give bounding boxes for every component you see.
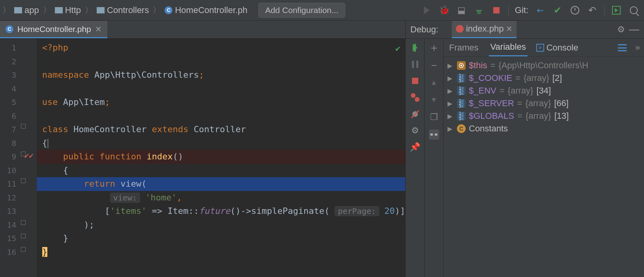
debug-action-rail: ⚙ 📌 (406, 39, 425, 277)
inspection-ok-icon[interactable]: ✔ (395, 42, 401, 56)
stop-icon[interactable] (491, 5, 502, 16)
code-text[interactable]: ✔ <?php namespace App\Http\Controllers; … (37, 39, 405, 277)
fold-marker-icon[interactable] (21, 234, 26, 238)
fold-gutter: ✔✔ (20, 39, 36, 277)
show-watches-icon[interactable]: 👓 (429, 129, 439, 140)
variable-row[interactable]: ▶CConstants (444, 122, 644, 135)
console-tab[interactable]: >Console (536, 43, 578, 53)
variable-row[interactable]: ▶1≡2≡3≡$_COOKIE = {array} [2] (444, 72, 644, 84)
breadcrumb-http[interactable]: Http (52, 4, 83, 17)
folder-icon (97, 7, 105, 13)
git-commit-icon[interactable]: ✔ (552, 5, 563, 16)
variable-row[interactable]: ▶1≡2≡3≡$_ENV = {array} [34] (444, 84, 644, 97)
variable-row[interactable]: ▶1≡2≡3≡$GLOBALS = {array} [13] (444, 110, 644, 122)
run-anything-icon[interactable] (611, 5, 622, 16)
line-number-gutter: 12345678910111213141516 (0, 39, 20, 277)
resume-program-icon[interactable] (410, 43, 420, 53)
mute-breakpoints-icon[interactable] (410, 109, 420, 119)
array-badge-icon: 1≡2≡3≡ (457, 99, 466, 108)
debug-title: Debug: (410, 24, 438, 35)
debug-frame-rail: ＋ － ▲ ▼ ❐ 👓 (425, 39, 444, 277)
fold-marker-icon[interactable] (21, 124, 26, 129)
add-watch-icon[interactable]: ＋ (429, 43, 439, 53)
array-badge-icon: 1≡2≡3≡ (457, 74, 466, 82)
editor-tab-label: HomeController.php (17, 24, 91, 34)
expand-icon[interactable]: ▶ (447, 112, 454, 120)
frames-tab[interactable]: Frames (447, 39, 480, 56)
top-toolbar: 〉 app 〉 Http 〉 Controllers 〉 CHomeContro… (0, 0, 644, 21)
folder-icon (14, 7, 22, 13)
bug-icon (456, 25, 464, 33)
folder-icon (55, 7, 63, 13)
editor-tab-active[interactable]: C HomeController.php ✕ (0, 21, 107, 38)
fold-marker-icon[interactable] (21, 178, 26, 183)
fold-marker-icon[interactable] (21, 220, 26, 225)
pause-program-icon[interactable] (410, 59, 420, 69)
add-configuration-button[interactable]: Add Configuration... (258, 3, 345, 18)
expand-icon[interactable]: ▶ (447, 87, 454, 95)
variables-list: ▶⦿$this = {App\Http\Controllers\H ▶1≡2≡3… (444, 57, 644, 277)
git-label: Git: (515, 5, 528, 15)
php-file-icon: C (6, 25, 13, 33)
fold-marker-icon[interactable] (21, 247, 26, 252)
breadcrumb-sep: 〉 (43, 5, 51, 15)
pin-icon[interactable]: 📌 (410, 142, 420, 152)
breadcrumb-sep: 〉 (2, 5, 10, 15)
code-editor[interactable]: 12345678910111213141516 ✔✔ ✔ <?php names… (0, 39, 405, 277)
debug-minimize-icon[interactable]: — (629, 23, 639, 36)
expand-icon[interactable]: ▶ (447, 100, 454, 107)
git-history-icon[interactable] (569, 5, 580, 16)
editor-pane: C HomeController.php ✕ 12345678910111213… (0, 21, 406, 277)
debug-settings-icon[interactable]: ⚙ (617, 24, 625, 35)
debug-bug-icon[interactable]: 🐞 (439, 5, 450, 16)
debugger-settings-icon[interactable]: ⚙ (410, 125, 420, 136)
toolbar-divider (604, 5, 605, 16)
copy-icon[interactable]: ❐ (429, 112, 439, 122)
debug-tabs: Frames Variables >Console » (444, 39, 644, 57)
breadcrumb-sep: 〉 (153, 5, 161, 15)
expand-icon[interactable]: ▶ (447, 62, 454, 69)
php-file-icon: C (165, 6, 172, 14)
debug-panel: Debug: index.php ✕ ⚙ — ⚙ 📌 (406, 21, 644, 277)
variables-tab[interactable]: Variables (489, 39, 528, 56)
search-everywhere-icon[interactable] (628, 5, 639, 16)
coverage-icon[interactable]: ⬓ (456, 5, 467, 16)
stop-debug-icon[interactable] (410, 76, 420, 86)
array-badge-icon: 1≡2≡3≡ (457, 112, 466, 120)
git-revert-icon[interactable]: ↶ (587, 5, 598, 16)
variable-row[interactable]: ▶1≡2≡3≡$_SERVER = {array} [66] (444, 97, 644, 110)
frame-up-icon[interactable]: ▲ (429, 77, 439, 88)
breadcrumb-sep: 〉 (85, 5, 93, 15)
debug-header: Debug: index.php ✕ ⚙ — (406, 21, 644, 39)
breadcrumb-app[interactable]: app (12, 4, 41, 17)
debug-session-tab[interactable]: index.php ✕ (452, 21, 517, 38)
toolbar-divider (508, 5, 509, 16)
close-session-icon[interactable]: ✕ (506, 24, 513, 34)
editor-tab-bar: C HomeController.php ✕ (0, 21, 405, 39)
git-pull-icon[interactable]: ↙ (535, 5, 546, 16)
view-breakpoints-icon[interactable] (410, 92, 420, 103)
profile-icon[interactable]: ᚂ (474, 5, 485, 16)
array-badge-icon: 1≡2≡3≡ (457, 86, 466, 95)
frame-down-icon[interactable]: ▼ (429, 95, 439, 105)
expand-icon[interactable]: ▶ (447, 75, 454, 82)
constants-badge-icon: C (457, 124, 466, 133)
breadcrumb-controllers[interactable]: Controllers (94, 4, 151, 17)
remove-watch-icon[interactable]: － (429, 60, 439, 70)
close-tab-icon[interactable]: ✕ (95, 24, 102, 34)
fold-marker-icon[interactable] (21, 152, 26, 156)
layout-icon[interactable] (618, 44, 627, 51)
object-badge-icon: ⦿ (457, 61, 466, 70)
expand-icon[interactable]: ▶ (447, 125, 454, 133)
breadcrumb-file[interactable]: CHomeController.ph (162, 4, 249, 17)
run-icon[interactable] (421, 5, 432, 16)
more-tabs-icon[interactable]: » (635, 43, 640, 53)
variable-row[interactable]: ▶⦿$this = {App\Http\Controllers\H (444, 59, 644, 72)
